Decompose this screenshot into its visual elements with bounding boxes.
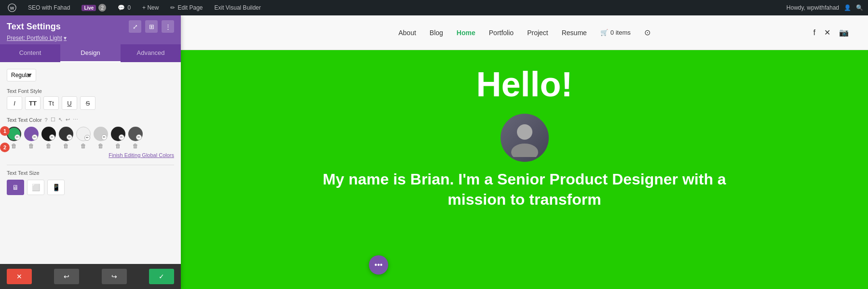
swatch-dark2-edit: ✏	[67, 134, 72, 140]
avatar-image	[501, 114, 549, 162]
nav-search-icon[interactable]: ⊙	[644, 28, 651, 37]
nav-blog[interactable]: Blog	[430, 29, 443, 37]
hero-body-text: My name is Brian. I'm a Senior Product D…	[308, 170, 742, 210]
grid-icon[interactable]: ⊞	[145, 20, 158, 33]
swatch-green-delete[interactable]: 🗑	[11, 143, 17, 149]
swatch-light2[interactable]: ✏	[94, 127, 108, 141]
more-icon[interactable]: ⋮	[162, 20, 174, 33]
chat-float-icon[interactable]: •••	[369, 255, 388, 275]
uppercase-btn[interactable]: TT	[25, 96, 41, 110]
mobile-size-btn[interactable]: 📱	[47, 180, 65, 195]
live-badge-item[interactable]: Live 2	[79, 4, 109, 12]
color-section-label: Text Text Color ? ☐ ↖ ↩ ⋯	[7, 117, 174, 123]
nav-right: f ✕ 📷	[814, 28, 849, 37]
svg-text:W: W	[10, 6, 14, 11]
swatch-light2-edit: ✏	[101, 134, 107, 140]
finish-editing-link[interactable]: Finish Editing Global Colors	[7, 152, 174, 158]
badge-2: 2	[0, 143, 10, 152]
swatch-dark2[interactable]: ✏	[59, 127, 73, 141]
panel-icons: ⤢ ⊞ ⋮	[129, 20, 174, 33]
color-help-icon[interactable]: ?	[45, 117, 48, 123]
text-color-row: 1 2 Text Text Color ? ☐ ↖ ↩ ⋯ ✏	[7, 117, 174, 158]
instagram-icon[interactable]: 📷	[839, 28, 849, 37]
font-style-label: Text Font Style	[7, 88, 174, 94]
svg-point-3	[511, 144, 538, 157]
main-layout: Text Settings ⤢ ⊞ ⋮ Preset: Portfolio Li…	[0, 15, 868, 289]
swatch-light1-wrap: ✏ 🗑	[76, 127, 91, 149]
howdy-text: Howdy, wpwithfahad	[787, 4, 839, 11]
color-more-icon[interactable]: ⋯	[73, 117, 78, 123]
swatch-dark3-delete[interactable]: 🗑	[115, 143, 121, 149]
twitter-icon[interactable]: ✕	[824, 28, 830, 37]
swatch-purple-edit: ✏	[32, 134, 38, 140]
svg-point-2	[517, 124, 532, 140]
swatch-light1[interactable]: ✏	[76, 127, 91, 141]
undo-button[interactable]: ↩	[54, 269, 79, 284]
panel-header: Text Settings ⤢ ⊞ ⋮ Preset: Portfolio Li…	[0, 15, 181, 44]
capitalize-btn[interactable]: Tt	[43, 96, 59, 110]
tablet-size-btn[interactable]: ⬜	[27, 180, 44, 195]
wp-logo[interactable]: W	[5, 3, 19, 12]
admin-search-icon[interactable]: 🔍	[856, 4, 863, 11]
panel-preset[interactable]: Preset: Portfolio Light ▾	[7, 35, 174, 41]
tab-advanced[interactable]: Advanced	[121, 44, 181, 62]
hero-section: Hello! My name is Brian. I'm a Senior Pr…	[181, 50, 868, 289]
nav-home[interactable]: Home	[457, 29, 475, 37]
swatch-dark1[interactable]: ✏	[41, 127, 56, 141]
exit-builder-button[interactable]: Exit Visual Builder	[211, 4, 264, 11]
new-button[interactable]: + New	[139, 4, 162, 11]
sidebar-panel: Text Settings ⤢ ⊞ ⋮ Preset: Portfolio Li…	[0, 15, 181, 289]
nav-portfolio[interactable]: Portfolio	[489, 29, 514, 37]
comment-icon: 💬	[118, 4, 125, 11]
font-style-row: Text Font Style I TT Tt U S	[7, 88, 174, 110]
nav-project[interactable]: Project	[527, 29, 548, 37]
tab-content[interactable]: Content	[0, 44, 60, 62]
swatch-dark3-wrap: ✏ 🗑	[111, 127, 125, 149]
panel-content: Regular Bold Light Text Font Style I TT …	[0, 62, 181, 264]
nav-bar: About Blog Home Portfolio Project Resume…	[181, 15, 868, 50]
size-device-row: 🖥 ⬜ 📱	[7, 180, 174, 195]
underline-btn[interactable]: U	[62, 96, 77, 110]
nav-about[interactable]: About	[398, 29, 416, 37]
comment-count: 0	[127, 4, 131, 11]
panel-tabs: Content Design Advanced	[0, 44, 181, 62]
swatch-dark3[interactable]: ✏	[111, 127, 125, 141]
site-name[interactable]: SEO with Fahad	[25, 4, 73, 11]
swatch-green-edit: ✏	[14, 134, 20, 140]
cart-area[interactable]: 🛒 0 items	[600, 29, 631, 36]
chat-icon: •••	[375, 261, 383, 269]
swatch-light2-delete[interactable]: 🗑	[98, 143, 104, 149]
color-undo-icon[interactable]: ↩	[66, 117, 70, 123]
color-pointer-icon[interactable]: ↖	[58, 117, 63, 123]
swatch-dark4-delete[interactable]: 🗑	[133, 143, 138, 149]
expand-icon[interactable]: ⤢	[129, 20, 141, 33]
tab-design[interactable]: Design	[60, 44, 121, 62]
font-weight-select[interactable]: Regular Bold Light	[7, 69, 36, 81]
save-button[interactable]: ✓	[149, 269, 174, 284]
swatch-dark4[interactable]: ✏	[128, 127, 143, 141]
panel-header-top: Text Settings ⤢ ⊞ ⋮	[7, 20, 174, 33]
swatch-light1-edit: ✏	[84, 135, 90, 141]
nav-links: About Blog Home Portfolio Project Resume…	[398, 28, 651, 37]
cart-icon: 🛒	[600, 29, 608, 36]
edit-page-button[interactable]: ✏ Edit Page	[167, 4, 205, 11]
redo-button[interactable]: ↪	[102, 269, 127, 284]
swatch-dark4-edit: ✏	[136, 134, 142, 140]
swatch-dark1-delete[interactable]: 🗑	[46, 143, 52, 149]
swatch-purple[interactable]: ✏	[24, 127, 39, 141]
nav-resume[interactable]: Resume	[562, 29, 587, 37]
font-weight-row: Regular Bold Light	[7, 69, 174, 81]
swatch-dark2-delete[interactable]: 🗑	[63, 143, 69, 149]
italic-btn[interactable]: I	[7, 96, 22, 110]
comment-item[interactable]: 💬 0	[115, 4, 134, 11]
swatch-light1-delete[interactable]: 🗑	[81, 143, 86, 149]
strikethrough-btn[interactable]: S	[80, 96, 95, 110]
facebook-icon[interactable]: f	[814, 28, 815, 37]
color-swatches: ✏ 🗑 ✏ 🗑 ✏ 🗑	[7, 127, 174, 149]
desktop-size-btn[interactable]: 🖥	[7, 180, 24, 195]
swatch-purple-delete[interactable]: 🗑	[28, 143, 34, 149]
color-copy-icon[interactable]: ☐	[51, 117, 55, 123]
panel-title: Text Settings	[7, 22, 61, 32]
divider	[7, 165, 174, 165]
cancel-button[interactable]: ✕	[7, 269, 32, 284]
